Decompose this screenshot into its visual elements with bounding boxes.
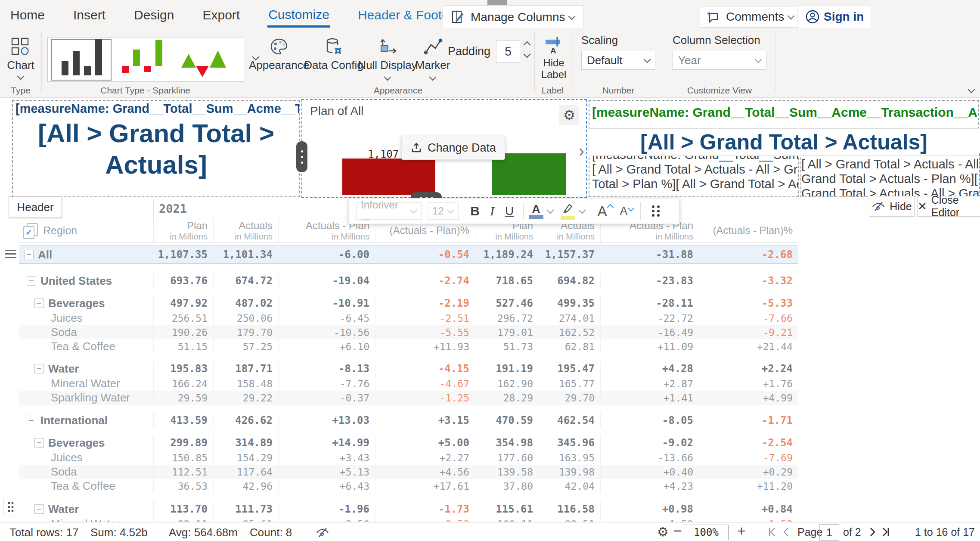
value-cell[interactable]: +14.99 bbox=[278, 435, 375, 451]
value-cell[interactable]: 115.61 bbox=[475, 501, 539, 517]
value-cell[interactable]: 116.58 bbox=[539, 501, 600, 517]
window-drag-handle[interactable] bbox=[487, 0, 507, 5]
value-cell[interactable]: 1,157.37 bbox=[539, 246, 600, 263]
tab-home[interactable]: Home bbox=[9, 3, 46, 28]
value-cell[interactable]: 29.70 bbox=[539, 391, 600, 405]
value-cell[interactable]: 694.82 bbox=[539, 273, 600, 289]
header-tab[interactable]: Header bbox=[9, 196, 62, 218]
value-cell[interactable]: -0.37 bbox=[278, 391, 375, 405]
value-cell[interactable]: +4.56 bbox=[375, 465, 475, 479]
value-cell[interactable]: 112.51 bbox=[153, 465, 213, 479]
font-size-dropdown[interactable]: 12 bbox=[428, 202, 459, 220]
value-cell[interactable]: 527.46 bbox=[475, 295, 539, 311]
column-header-0[interactable]: Planin Millions bbox=[153, 218, 213, 243]
sparkline-option-variance-column[interactable] bbox=[114, 39, 173, 79]
tab-insert[interactable]: Insert bbox=[72, 3, 106, 28]
value-cell[interactable]: 154.29 bbox=[213, 451, 278, 465]
value-cell[interactable]: -22.72 bbox=[600, 311, 699, 325]
value-cell[interactable]: +3.15 bbox=[375, 413, 475, 428]
column-selection-dropdown[interactable]: Year bbox=[673, 51, 766, 70]
italic-button[interactable]: I bbox=[484, 202, 501, 221]
value-cell[interactable]: 162.52 bbox=[539, 325, 600, 339]
value-cell[interactable]: 345.96 bbox=[539, 435, 600, 451]
value-cell[interactable]: -4.15 bbox=[375, 361, 475, 376]
value-cell[interactable]: -7.76 bbox=[278, 376, 375, 391]
value-cell[interactable]: 256.51 bbox=[153, 311, 213, 325]
value-cell[interactable]: 29.59 bbox=[153, 391, 213, 405]
value-cell[interactable]: 36.53 bbox=[153, 479, 213, 493]
value-cell[interactable]: -19.04 bbox=[278, 273, 375, 289]
table-row-tea-coffee[interactable]: Tea & Coffee36.5342.96+6.43+17.6137.8042… bbox=[19, 479, 798, 493]
eye-slash-icon[interactable] bbox=[316, 527, 329, 538]
value-cell[interactable]: 1,189.24 bbox=[475, 246, 539, 263]
card-settings-gear-icon[interactable]: ⚙ bbox=[559, 105, 579, 125]
row-menu-icon[interactable] bbox=[5, 250, 16, 258]
card-left-drag-handle[interactable] bbox=[296, 141, 307, 172]
value-cell[interactable]: 51.73 bbox=[475, 339, 539, 354]
value-cell[interactable]: -31.88 bbox=[600, 246, 699, 263]
page-number-input[interactable]: 1 bbox=[819, 524, 839, 541]
table-row-soda[interactable]: Soda112.51117.64+5.13+4.56139.58139.98+0… bbox=[19, 465, 798, 479]
value-cell[interactable]: 497.92 bbox=[153, 295, 213, 311]
value-cell[interactable]: 179.01 bbox=[475, 325, 539, 339]
value-cell[interactable]: 1,101.34 bbox=[213, 246, 278, 263]
value-cell[interactable]: 487.02 bbox=[213, 295, 278, 311]
increase-font-button[interactable]: A bbox=[596, 202, 614, 221]
value-cell[interactable]: 162.90 bbox=[475, 376, 539, 391]
value-cell[interactable]: -23.83 bbox=[600, 273, 699, 289]
table-row-water[interactable]: Water195.83187.71-8.13-4.15191.19195.47+… bbox=[19, 361, 798, 376]
value-cell[interactable]: 139.58 bbox=[475, 465, 539, 479]
region-header-cell[interactable]: ✓ Region bbox=[19, 218, 153, 243]
value-cell[interactable]: 674.72 bbox=[213, 273, 278, 289]
value-cell[interactable]: -7.66 bbox=[699, 311, 798, 325]
value-cell[interactable]: 165.77 bbox=[539, 376, 600, 391]
value-cell[interactable]: +13.03 bbox=[278, 413, 375, 428]
value-cell[interactable]: 113.70 bbox=[153, 501, 213, 517]
value-cell[interactable]: -9.21 bbox=[699, 325, 798, 339]
value-cell[interactable]: 62.81 bbox=[539, 339, 600, 354]
value-cell[interactable]: +0.40 bbox=[600, 465, 699, 479]
value-cell[interactable]: 42.96 bbox=[213, 479, 278, 493]
table-row-soda[interactable]: Soda190.26179.70-10.56-5.55179.01162.52-… bbox=[19, 325, 798, 339]
value-cell[interactable]: 37.80 bbox=[475, 479, 539, 493]
last-page-icon[interactable] bbox=[880, 527, 890, 537]
value-cell[interactable]: 166.24 bbox=[153, 376, 213, 391]
bold-button[interactable]: B bbox=[466, 202, 484, 221]
value-cell[interactable]: -6.00 bbox=[278, 246, 375, 263]
value-cell[interactable]: +5.00 bbox=[375, 435, 475, 451]
value-cell[interactable]: 111.73 bbox=[213, 501, 278, 517]
zoom-level-input[interactable]: 100% bbox=[684, 525, 729, 540]
padding-value-input[interactable]: 5 bbox=[496, 40, 520, 63]
collapse-icon[interactable] bbox=[34, 364, 44, 373]
value-cell[interactable]: -16.49 bbox=[600, 325, 699, 339]
value-cell[interactable]: 693.76 bbox=[153, 273, 213, 289]
settings-gear-icon[interactable]: ⚙ bbox=[657, 524, 669, 539]
table-row-juices[interactable]: Juices256.51250.06-6.45-2.51296.72274.01… bbox=[19, 311, 798, 325]
scaling-dropdown[interactable]: Default bbox=[581, 51, 655, 70]
value-cell[interactable]: -0.54 bbox=[375, 246, 475, 263]
prev-page-icon[interactable] bbox=[782, 527, 791, 537]
table-row-beverages[interactable]: Beverages497.92487.02-10.91-2.19527.4649… bbox=[19, 295, 798, 311]
value-cell[interactable]: +0.29 bbox=[699, 465, 798, 479]
value-cell[interactable]: 57.25 bbox=[213, 339, 278, 354]
value-cell[interactable]: 163.95 bbox=[539, 451, 600, 465]
table-row-water[interactable]: Water113.70111.73-1.96-1.73115.61116.58+… bbox=[19, 501, 798, 517]
value-cell[interactable]: +3.43 bbox=[278, 451, 375, 465]
value-cell[interactable]: +0.98 bbox=[600, 501, 699, 517]
zoom-in-icon[interactable]: + bbox=[737, 522, 746, 539]
padding-stepper[interactable] bbox=[524, 42, 530, 57]
stepper-down-icon[interactable] bbox=[524, 51, 531, 58]
value-cell[interactable]: +1.41 bbox=[600, 391, 699, 405]
table-row-all[interactable]: All1,107.351,101.34-6.00-0.541,189.241,1… bbox=[19, 246, 798, 264]
collapse-icon[interactable] bbox=[27, 416, 36, 425]
marker-button[interactable]: Marker bbox=[409, 37, 456, 81]
hide-button[interactable]: Hide bbox=[869, 196, 915, 217]
value-cell[interactable]: +0.84 bbox=[699, 501, 798, 517]
value-cell[interactable]: -1.73 bbox=[375, 501, 475, 517]
collapse-icon[interactable] bbox=[34, 298, 44, 308]
value-cell[interactable]: +5.13 bbox=[278, 465, 375, 479]
tab-design[interactable]: Design bbox=[133, 3, 175, 28]
tab-header-footer[interactable]: Header & Footer bbox=[357, 3, 454, 28]
header-title-right[interactable]: [All > Grand Total > Actuals] bbox=[589, 128, 979, 156]
first-page-icon[interactable] bbox=[767, 527, 778, 537]
